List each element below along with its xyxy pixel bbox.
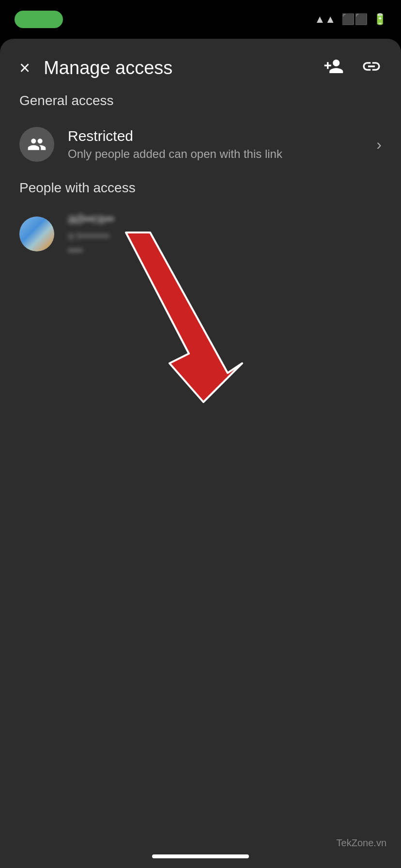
sheet-header: × Manage access — [0, 39, 401, 93]
person-name: ad••ra•• — [68, 211, 382, 227]
home-indicator — [152, 854, 249, 858]
avatar-image — [19, 217, 54, 251]
people-with-access-label: People with access — [0, 170, 401, 203]
signal-icon: ▲▲ — [314, 13, 336, 26]
add-person-button[interactable] — [324, 56, 344, 79]
close-button[interactable]: × — [19, 59, 30, 77]
status-bar-right: ▲▲ ⬛⬛ 🔋 — [314, 13, 386, 26]
status-bar-left — [15, 11, 63, 28]
general-access-label: General access — [0, 93, 401, 118]
status-bar: ▲▲ ⬛⬛ 🔋 — [0, 0, 401, 39]
copy-link-button[interactable] — [361, 56, 382, 79]
watermark: TekZone.vn — [337, 837, 386, 849]
wifi-icon: ⬛⬛ — [341, 13, 368, 26]
page-title: Manage access — [44, 58, 172, 78]
chevron-right-icon: › — [376, 136, 382, 154]
person-info: ad••ra•• a t•••••••• •••• — [68, 211, 382, 257]
person-role: •••• — [68, 244, 382, 257]
restricted-subtitle: Only people added can open with this lin… — [68, 147, 363, 161]
people-icon — [27, 135, 46, 154]
person-email: a t•••••••• — [68, 230, 382, 242]
battery-icon: 🔋 — [373, 13, 386, 26]
avatar — [19, 217, 54, 251]
header-actions — [324, 56, 382, 79]
person-row: ad••ra•• a t•••••••• •••• — [0, 203, 401, 264]
restricted-icon-circle — [19, 127, 54, 162]
header-left: × Manage access — [19, 58, 172, 78]
bottom-sheet: × Manage access General access — [0, 39, 401, 868]
status-pill — [15, 11, 63, 28]
restricted-info: Restricted Only people added can open wi… — [68, 128, 363, 161]
restricted-title: Restricted — [68, 128, 363, 144]
restricted-access-row[interactable]: Restricted Only people added can open wi… — [0, 118, 401, 170]
